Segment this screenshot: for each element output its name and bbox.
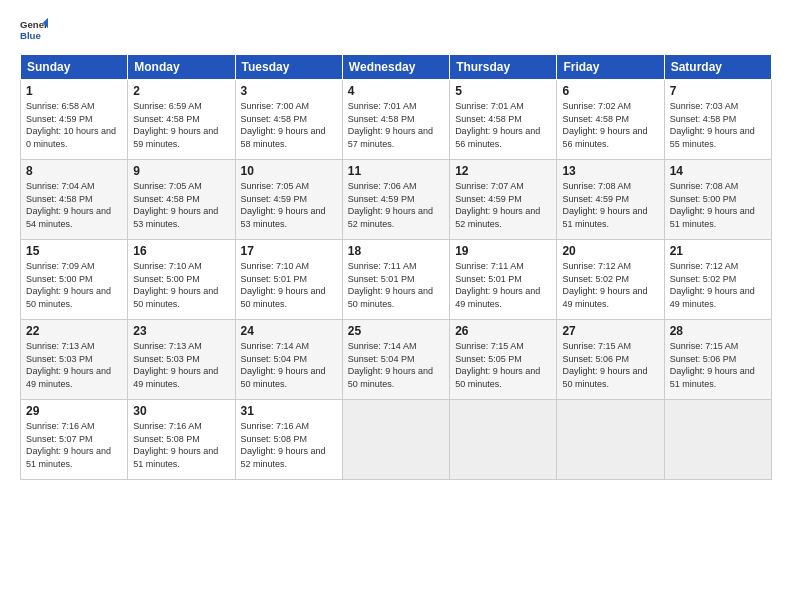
calendar-cell: 1Sunrise: 6:58 AMSunset: 4:59 PMDaylight… — [21, 80, 128, 160]
day-info: Sunrise: 6:59 AMSunset: 4:58 PMDaylight:… — [133, 100, 229, 150]
day-info: Sunrise: 7:08 AMSunset: 4:59 PMDaylight:… — [562, 180, 658, 230]
day-info: Sunrise: 7:16 AMSunset: 5:08 PMDaylight:… — [241, 420, 337, 470]
day-number: 28 — [670, 324, 766, 338]
calendar-cell: 30Sunrise: 7:16 AMSunset: 5:08 PMDayligh… — [128, 400, 235, 480]
day-number: 24 — [241, 324, 337, 338]
calendar-cell: 21Sunrise: 7:12 AMSunset: 5:02 PMDayligh… — [664, 240, 771, 320]
calendar-cell: 31Sunrise: 7:16 AMSunset: 5:08 PMDayligh… — [235, 400, 342, 480]
day-info: Sunrise: 7:15 AMSunset: 5:06 PMDaylight:… — [562, 340, 658, 390]
day-number: 8 — [26, 164, 122, 178]
calendar-cell: 5Sunrise: 7:01 AMSunset: 4:58 PMDaylight… — [450, 80, 557, 160]
calendar-cell: 11Sunrise: 7:06 AMSunset: 4:59 PMDayligh… — [342, 160, 449, 240]
calendar-cell: 25Sunrise: 7:14 AMSunset: 5:04 PMDayligh… — [342, 320, 449, 400]
calendar-cell: 29Sunrise: 7:16 AMSunset: 5:07 PMDayligh… — [21, 400, 128, 480]
day-info: Sunrise: 7:15 AMSunset: 5:06 PMDaylight:… — [670, 340, 766, 390]
calendar-cell — [557, 400, 664, 480]
day-number: 5 — [455, 84, 551, 98]
day-info: Sunrise: 7:01 AMSunset: 4:58 PMDaylight:… — [455, 100, 551, 150]
day-info: Sunrise: 7:07 AMSunset: 4:59 PMDaylight:… — [455, 180, 551, 230]
day-info: Sunrise: 6:58 AMSunset: 4:59 PMDaylight:… — [26, 100, 122, 150]
day-info: Sunrise: 7:02 AMSunset: 4:58 PMDaylight:… — [562, 100, 658, 150]
weekday-header-saturday: Saturday — [664, 55, 771, 80]
calendar-cell: 12Sunrise: 7:07 AMSunset: 4:59 PMDayligh… — [450, 160, 557, 240]
weekday-header-thursday: Thursday — [450, 55, 557, 80]
svg-text:General: General — [20, 19, 48, 30]
calendar-cell: 8Sunrise: 7:04 AMSunset: 4:58 PMDaylight… — [21, 160, 128, 240]
day-number: 4 — [348, 84, 444, 98]
day-info: Sunrise: 7:13 AMSunset: 5:03 PMDaylight:… — [133, 340, 229, 390]
calendar-cell: 13Sunrise: 7:08 AMSunset: 4:59 PMDayligh… — [557, 160, 664, 240]
weekday-header-tuesday: Tuesday — [235, 55, 342, 80]
day-info: Sunrise: 7:15 AMSunset: 5:05 PMDaylight:… — [455, 340, 551, 390]
day-info: Sunrise: 7:06 AMSunset: 4:59 PMDaylight:… — [348, 180, 444, 230]
day-number: 9 — [133, 164, 229, 178]
calendar-cell: 24Sunrise: 7:14 AMSunset: 5:04 PMDayligh… — [235, 320, 342, 400]
calendar-week-row: 29Sunrise: 7:16 AMSunset: 5:07 PMDayligh… — [21, 400, 772, 480]
day-info: Sunrise: 7:11 AMSunset: 5:01 PMDaylight:… — [348, 260, 444, 310]
day-info: Sunrise: 7:10 AMSunset: 5:00 PMDaylight:… — [133, 260, 229, 310]
calendar-week-row: 8Sunrise: 7:04 AMSunset: 4:58 PMDaylight… — [21, 160, 772, 240]
day-number: 25 — [348, 324, 444, 338]
day-number: 31 — [241, 404, 337, 418]
day-number: 7 — [670, 84, 766, 98]
day-info: Sunrise: 7:05 AMSunset: 4:58 PMDaylight:… — [133, 180, 229, 230]
day-number: 23 — [133, 324, 229, 338]
weekday-header-friday: Friday — [557, 55, 664, 80]
day-number: 3 — [241, 84, 337, 98]
header: General Blue — [20, 16, 772, 44]
calendar-cell: 18Sunrise: 7:11 AMSunset: 5:01 PMDayligh… — [342, 240, 449, 320]
calendar-cell: 19Sunrise: 7:11 AMSunset: 5:01 PMDayligh… — [450, 240, 557, 320]
calendar-cell — [342, 400, 449, 480]
day-info: Sunrise: 7:01 AMSunset: 4:58 PMDaylight:… — [348, 100, 444, 150]
svg-text:Blue: Blue — [20, 30, 41, 41]
day-number: 18 — [348, 244, 444, 258]
calendar-cell: 3Sunrise: 7:00 AMSunset: 4:58 PMDaylight… — [235, 80, 342, 160]
day-number: 26 — [455, 324, 551, 338]
calendar-cell: 17Sunrise: 7:10 AMSunset: 5:01 PMDayligh… — [235, 240, 342, 320]
day-number: 30 — [133, 404, 229, 418]
calendar-cell: 7Sunrise: 7:03 AMSunset: 4:58 PMDaylight… — [664, 80, 771, 160]
day-number: 10 — [241, 164, 337, 178]
calendar-cell: 4Sunrise: 7:01 AMSunset: 4:58 PMDaylight… — [342, 80, 449, 160]
calendar-cell: 22Sunrise: 7:13 AMSunset: 5:03 PMDayligh… — [21, 320, 128, 400]
day-info: Sunrise: 7:14 AMSunset: 5:04 PMDaylight:… — [241, 340, 337, 390]
day-number: 27 — [562, 324, 658, 338]
logo: General Blue — [20, 16, 48, 44]
day-number: 20 — [562, 244, 658, 258]
page: General Blue SundayMondayTuesdayWednesda… — [0, 0, 792, 612]
day-info: Sunrise: 7:13 AMSunset: 5:03 PMDaylight:… — [26, 340, 122, 390]
weekday-header-sunday: Sunday — [21, 55, 128, 80]
day-number: 14 — [670, 164, 766, 178]
day-number: 15 — [26, 244, 122, 258]
day-info: Sunrise: 7:14 AMSunset: 5:04 PMDaylight:… — [348, 340, 444, 390]
day-info: Sunrise: 7:11 AMSunset: 5:01 PMDaylight:… — [455, 260, 551, 310]
day-info: Sunrise: 7:05 AMSunset: 4:59 PMDaylight:… — [241, 180, 337, 230]
calendar-week-row: 1Sunrise: 6:58 AMSunset: 4:59 PMDaylight… — [21, 80, 772, 160]
day-info: Sunrise: 7:10 AMSunset: 5:01 PMDaylight:… — [241, 260, 337, 310]
day-number: 21 — [670, 244, 766, 258]
day-info: Sunrise: 7:08 AMSunset: 5:00 PMDaylight:… — [670, 180, 766, 230]
day-info: Sunrise: 7:00 AMSunset: 4:58 PMDaylight:… — [241, 100, 337, 150]
calendar-cell: 28Sunrise: 7:15 AMSunset: 5:06 PMDayligh… — [664, 320, 771, 400]
day-info: Sunrise: 7:16 AMSunset: 5:08 PMDaylight:… — [133, 420, 229, 470]
day-number: 19 — [455, 244, 551, 258]
calendar-cell: 26Sunrise: 7:15 AMSunset: 5:05 PMDayligh… — [450, 320, 557, 400]
calendar-cell: 9Sunrise: 7:05 AMSunset: 4:58 PMDaylight… — [128, 160, 235, 240]
calendar-cell: 20Sunrise: 7:12 AMSunset: 5:02 PMDayligh… — [557, 240, 664, 320]
weekday-header-wednesday: Wednesday — [342, 55, 449, 80]
day-info: Sunrise: 7:16 AMSunset: 5:07 PMDaylight:… — [26, 420, 122, 470]
calendar-cell: 15Sunrise: 7:09 AMSunset: 5:00 PMDayligh… — [21, 240, 128, 320]
calendar-week-row: 15Sunrise: 7:09 AMSunset: 5:00 PMDayligh… — [21, 240, 772, 320]
day-number: 2 — [133, 84, 229, 98]
day-number: 6 — [562, 84, 658, 98]
calendar-cell: 27Sunrise: 7:15 AMSunset: 5:06 PMDayligh… — [557, 320, 664, 400]
day-number: 1 — [26, 84, 122, 98]
calendar-cell: 16Sunrise: 7:10 AMSunset: 5:00 PMDayligh… — [128, 240, 235, 320]
calendar-table: SundayMondayTuesdayWednesdayThursdayFrid… — [20, 54, 772, 480]
calendar-cell: 2Sunrise: 6:59 AMSunset: 4:58 PMDaylight… — [128, 80, 235, 160]
logo-icon: General Blue — [20, 16, 48, 44]
day-info: Sunrise: 7:12 AMSunset: 5:02 PMDaylight:… — [562, 260, 658, 310]
calendar-cell — [664, 400, 771, 480]
day-number: 13 — [562, 164, 658, 178]
calendar-cell: 14Sunrise: 7:08 AMSunset: 5:00 PMDayligh… — [664, 160, 771, 240]
